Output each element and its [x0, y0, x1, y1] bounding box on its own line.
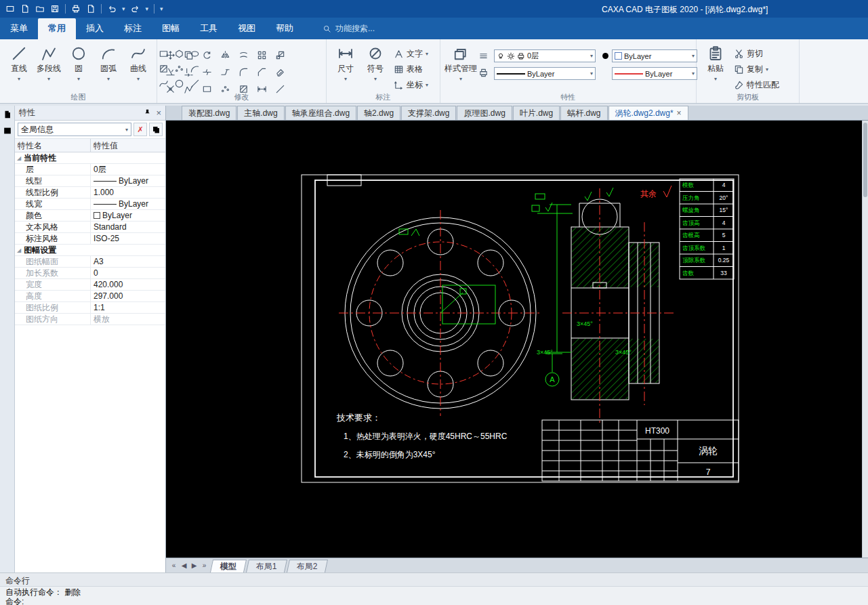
last-layout-icon[interactable]: » — [199, 562, 209, 569]
doc-tab-0[interactable]: 装配图.dwg — [182, 106, 236, 120]
redo-dropdown-icon[interactable]: ▾ — [146, 5, 149, 12]
scale-tool-button[interactable] — [271, 47, 289, 63]
drawing-canvas[interactable]: A 3×45° 3×45° 3×45° 其余 模数4压力角20°螺旋角15°齿顶… — [166, 121, 862, 558]
colorball-icon[interactable] — [601, 51, 610, 60]
layer-list-icon[interactable] — [478, 51, 489, 61]
arc-tool-button[interactable]: 圆弧▾ — [94, 41, 123, 82]
curve-tool-button[interactable]: 曲线▾ — [123, 41, 153, 82]
menu-item-5[interactable]: 工具 — [190, 18, 228, 39]
move-tool-button[interactable] — [161, 47, 179, 63]
sun-icon[interactable] — [507, 52, 515, 60]
prop-value[interactable]: 420.000 — [91, 279, 165, 290]
prev-layout-icon[interactable]: ◀ — [179, 562, 189, 569]
doc-tab-5[interactable]: 原理图.dwg — [457, 106, 512, 120]
group-collapse-icon[interactable]: ◢ — [17, 247, 21, 253]
line-dropdown-icon[interactable]: ▾ — [18, 76, 20, 82]
layer-dropdown-icon[interactable]: ▾ — [590, 53, 593, 59]
text-button[interactable]: 文字 ▾ — [392, 47, 430, 61]
bulb-icon[interactable] — [497, 52, 505, 60]
layout-tab-2[interactable]: 布局2 — [287, 560, 328, 572]
cut-button[interactable]: 剪切 — [732, 47, 781, 61]
prop-value[interactable]: 297.000 — [91, 291, 165, 301]
copy-button[interactable]: 复制 ▾ — [732, 62, 781, 77]
curve-dropdown-icon[interactable]: ▾ — [137, 76, 140, 82]
sheet-palette-icon[interactable] — [3, 110, 12, 119]
undo-dropdown-icon[interactable]: ▾ — [122, 5, 125, 12]
layer-select[interactable]: 0层 ▾ — [494, 49, 596, 62]
doc-tab-6[interactable]: 叶片.dwg — [513, 106, 560, 120]
chamfer-tool-button[interactable] — [253, 64, 270, 80]
doc-tab-3[interactable]: 轴2.dwg — [357, 106, 400, 120]
prop-value[interactable]: 0 — [91, 268, 165, 278]
prop-value[interactable]: ByLayer — [91, 210, 165, 221]
vertical-scrollbar[interactable] — [862, 121, 868, 558]
first-layout-icon[interactable]: « — [169, 562, 179, 569]
doc-tab-4[interactable]: 支撑架.dwg — [401, 106, 456, 120]
prop-value[interactable]: A3 — [91, 256, 165, 267]
table-button[interactable]: 表格 — [392, 62, 430, 77]
prop-value[interactable]: 1.000 — [91, 187, 165, 198]
coordinate-button[interactable]: 坐标 ▾ — [392, 78, 430, 92]
pin-icon[interactable] — [143, 108, 152, 117]
props-row[interactable]: 颜色ByLayer — [15, 210, 165, 222]
plot-settings-icon[interactable] — [478, 68, 489, 78]
circle-tool-button[interactable]: 圆▾ — [64, 41, 94, 82]
menu-item-2[interactable]: 插入 — [76, 18, 114, 39]
style-manager-button[interactable]: 样式管理 ▾ — [445, 41, 477, 82]
break-tool-button[interactable] — [198, 64, 215, 80]
props-group-row[interactable]: ◢图幅设置 — [15, 245, 165, 256]
layout-tab-0[interactable]: 模型 — [210, 560, 247, 572]
dimension-button[interactable]: 尺寸 ▾ — [331, 41, 360, 82]
array-tool-button[interactable] — [253, 47, 270, 63]
props-row[interactable]: 高度297.000 — [15, 291, 165, 302]
circle-dropdown-icon[interactable]: ▾ — [77, 76, 80, 82]
paste-button[interactable]: 粘贴 ▾ — [701, 41, 730, 82]
open-file-icon[interactable] — [35, 4, 45, 14]
props-row[interactable]: 线型ByLayer — [15, 175, 165, 187]
join-tool-button[interactable] — [216, 64, 234, 80]
doc-tab-7[interactable]: 蜗杆.dwg — [560, 106, 607, 120]
doc-tab-1[interactable]: 主轴.dwg — [237, 106, 284, 120]
lineweight-select[interactable]: ByLayer ▾ — [612, 67, 697, 80]
coordinate-dropdown-icon[interactable]: ▾ — [426, 82, 428, 88]
function-search[interactable]: 功能搜索... — [323, 23, 375, 35]
props-row[interactable]: 线型比例1.000 — [15, 187, 165, 199]
layout-tab-1[interactable]: 布局1 — [246, 560, 287, 572]
paste-dropdown-icon[interactable]: ▾ — [714, 76, 717, 82]
linetype-select[interactable]: ByLayer ▾ — [494, 67, 596, 80]
command-lines[interactable]: 自动执行命令： 删除命令: — [0, 587, 868, 605]
menu-item-1[interactable]: 常用 — [38, 18, 76, 39]
selection-dropdown-icon[interactable]: ▾ — [125, 127, 128, 133]
save-icon[interactable] — [50, 4, 60, 14]
menu-item-0[interactable]: 菜单 — [0, 18, 38, 39]
doc-tab-2[interactable]: 轴承座组合.dwg — [285, 106, 356, 120]
props-row[interactable]: 图纸比例1:1 — [15, 302, 165, 314]
layer-palette-icon[interactable] — [3, 126, 12, 135]
props-row[interactable]: 线宽ByLayer — [15, 199, 165, 210]
lineweight-dropdown-icon[interactable]: ▾ — [692, 70, 695, 77]
pick-object-button[interactable] — [149, 123, 163, 136]
menu-item-6[interactable]: 视图 — [228, 18, 266, 39]
next-layout-icon[interactable]: ▶ — [189, 562, 199, 569]
printer-icon[interactable] — [517, 52, 525, 60]
drawing-area[interactable]: A 3×45° 3×45° 3×45° 其余 模数4压力角20°螺旋角15°齿顶… — [166, 121, 862, 558]
offset-tool-button[interactable] — [234, 47, 252, 63]
menu-item-4[interactable]: 图幅 — [152, 18, 190, 39]
props-row[interactable]: 宽度420.000 — [15, 279, 165, 291]
props-row[interactable]: 图纸幅面A3 — [15, 256, 165, 268]
props-row[interactable]: 层0层 — [15, 164, 165, 175]
props-row[interactable]: 加长系数0 — [15, 268, 165, 279]
dimension-dropdown-icon[interactable]: ▾ — [344, 76, 347, 82]
style-manager-dropdown-icon[interactable]: ▾ — [459, 76, 462, 82]
polyline-dropdown-icon[interactable]: ▾ — [47, 76, 50, 82]
extend-tool-button[interactable] — [180, 64, 197, 80]
linetype-dropdown-icon[interactable]: ▾ — [590, 70, 593, 77]
props-row[interactable]: 文本风格Standard — [15, 222, 165, 233]
prop-value[interactable]: ByLayer — [91, 199, 165, 209]
line-tool-button[interactable]: 直线▾ — [4, 41, 34, 82]
close-tab-icon[interactable]: × — [677, 108, 682, 118]
color-dropdown-icon[interactable]: ▾ — [692, 53, 695, 59]
new-document-icon[interactable] — [20, 4, 30, 14]
prop-value[interactable]: Standard — [91, 222, 165, 232]
text-dropdown-icon[interactable]: ▾ — [426, 51, 428, 57]
